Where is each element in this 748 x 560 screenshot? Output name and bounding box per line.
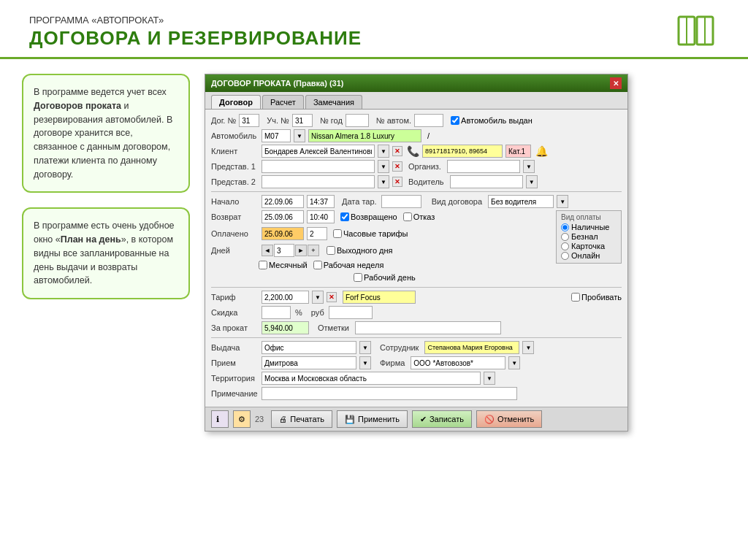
- predst2-input[interactable]: [262, 175, 375, 188]
- radio-kartochka-input[interactable]: [561, 242, 569, 250]
- klient-dropdown[interactable]: ▼: [378, 145, 389, 158]
- tarif-label: Тариф: [211, 293, 259, 302]
- radio-nalichnye-label: Наличные: [571, 223, 609, 231]
- firma-label: Фирма: [380, 358, 405, 367]
- territoriya-dropdown[interactable]: ▼: [484, 372, 495, 385]
- predst1-input[interactable]: [262, 160, 375, 173]
- otmetki-input[interactable]: [355, 321, 501, 334]
- vidan-checkbox[interactable]: [451, 116, 459, 125]
- predst2-clear[interactable]: ✕: [392, 177, 402, 187]
- dnei-next[interactable]: ►: [295, 245, 307, 256]
- info-button[interactable]: ℹ: [211, 410, 229, 428]
- avtom-input[interactable]: [414, 114, 443, 127]
- vidan-checkbox-label: Автомобиль выдан: [451, 116, 533, 125]
- probivat-checkbox[interactable]: [571, 293, 580, 302]
- rabochiy-den-checkbox[interactable]: [354, 273, 362, 282]
- tab-raschet[interactable]: Расчет: [262, 95, 304, 109]
- priem-dropdown[interactable]: ▼: [359, 356, 371, 369]
- za-prokat-input[interactable]: [262, 321, 309, 334]
- org-dropdown[interactable]: ▼: [523, 160, 535, 173]
- data-tar-input[interactable]: [381, 195, 421, 208]
- predst1-clear[interactable]: ✕: [392, 161, 402, 172]
- skidka-label: Скидка: [211, 308, 259, 317]
- territoriya-label: Территория: [211, 374, 259, 383]
- info-box-2-bold1: План на день: [61, 234, 121, 245]
- row-avto: Автомобиль ▼ /: [211, 129, 622, 142]
- tab-dogovor[interactable]: Договор: [211, 95, 261, 109]
- rabochaya-nedelya-checkbox[interactable]: [313, 261, 322, 269]
- fort-focus-input[interactable]: [343, 291, 416, 304]
- radio-nalichnye-input[interactable]: [561, 223, 569, 231]
- dnei-input[interactable]: [274, 244, 294, 257]
- row-skidka: Скидка % руб: [211, 306, 622, 319]
- firma-dropdown[interactable]: ▼: [508, 356, 520, 369]
- skidka-input[interactable]: [262, 306, 291, 319]
- org-input[interactable]: [447, 160, 520, 173]
- book-icon: [675, 13, 719, 50]
- header: ПРОГРАММА «АВТОПРОКАТ» ДОГОВОРА И РЕЗЕРВ…: [0, 0, 748, 59]
- info-box-1: В программе ведется учет всех Договоров …: [22, 74, 190, 193]
- primechanie-input[interactable]: [262, 387, 517, 400]
- rub-input[interactable]: [329, 306, 373, 319]
- vozvrat-date-input[interactable]: [262, 210, 304, 223]
- voditel-input[interactable]: [450, 175, 523, 188]
- chasovye-checkbox[interactable]: [333, 229, 342, 238]
- klient-clear[interactable]: ✕: [392, 146, 402, 156]
- nachalo-time-input[interactable]: [307, 195, 335, 208]
- print-label: Печатать: [290, 415, 324, 423]
- god-input[interactable]: [346, 114, 369, 127]
- vydacha-label: Выдача: [211, 343, 259, 352]
- kat-input[interactable]: [505, 145, 531, 158]
- otkaz-checkbox[interactable]: [403, 212, 412, 221]
- dog-input[interactable]: [239, 114, 259, 127]
- avto-code-input[interactable]: [262, 129, 291, 142]
- dnei-add[interactable]: +: [308, 245, 319, 256]
- territoriya-input[interactable]: [262, 372, 481, 385]
- predst2-dropdown[interactable]: ▼: [378, 175, 389, 188]
- tarif-input[interactable]: [262, 291, 309, 304]
- cancel-button[interactable]: 🚫 Отменить: [476, 410, 542, 428]
- mesyachny-text: Месячный: [269, 261, 308, 269]
- vyxodnogo-checkbox[interactable]: [327, 246, 335, 255]
- vyxodnogo-text: Выходного дня: [337, 246, 393, 255]
- sotrudnik-dropdown[interactable]: ▼: [522, 341, 534, 354]
- vozvrat-time-input[interactable]: [307, 210, 335, 223]
- oplacheno-sum-input[interactable]: [307, 227, 327, 240]
- print-button[interactable]: 🖨 Печатать: [271, 410, 332, 428]
- dialog-close-button[interactable]: ✕: [610, 77, 622, 89]
- vid-dogovora-dropdown[interactable]: ▼: [557, 195, 568, 208]
- firma-input[interactable]: [411, 356, 505, 369]
- tarif-clear[interactable]: ✕: [327, 292, 337, 302]
- apply-button[interactable]: 💾 Применить: [337, 410, 408, 428]
- vozvrasheno-checkbox[interactable]: [340, 212, 349, 221]
- primechanie-label: Примечание: [211, 389, 259, 398]
- phone-input[interactable]: [422, 145, 503, 158]
- radio-beznal-input[interactable]: [561, 233, 569, 241]
- radio-beznal: Безнал: [561, 232, 617, 241]
- vydacha-dropdown[interactable]: ▼: [359, 341, 371, 354]
- uch-input[interactable]: [292, 114, 313, 127]
- tab-zamechaniya[interactable]: Замечания: [305, 95, 362, 109]
- oplacheno-date-input[interactable]: [262, 227, 304, 240]
- avto-name-input[interactable]: [308, 129, 421, 142]
- settings-button[interactable]: ⚙: [233, 410, 251, 428]
- vid-dogovora-input[interactable]: [488, 195, 554, 208]
- avto-dropdown[interactable]: ▼: [294, 129, 305, 142]
- predst1-dropdown[interactable]: ▼: [378, 160, 389, 173]
- voditel-dropdown[interactable]: ▼: [526, 175, 538, 188]
- nachalo-date-input[interactable]: [262, 195, 304, 208]
- vydacha-input[interactable]: [262, 341, 356, 354]
- mesyachny-checkbox[interactable]: [259, 261, 267, 269]
- vid-oplaty-group: Вид оплаты Наличные Безнал Карточка: [556, 210, 622, 264]
- vozvrasheno-text: Возвращено: [351, 212, 397, 221]
- save-button[interactable]: ✔ Записать: [412, 410, 472, 428]
- info-box-1-bold1: Договоров проката: [34, 101, 121, 111]
- priem-input[interactable]: [262, 356, 356, 369]
- radio-onlain-input[interactable]: [561, 252, 569, 260]
- dnei-prev[interactable]: ◄: [262, 245, 273, 256]
- sotrudnik-input[interactable]: [424, 341, 519, 354]
- klient-input[interactable]: [262, 145, 375, 158]
- tarif-dropdown[interactable]: ▼: [312, 291, 324, 304]
- dialog-footer: ℹ ⚙ 23 🖨 Печатать 💾 Применить ✔ Записать…: [205, 407, 627, 431]
- info-box-1-text2: и резервирования автомобилей. В договоре…: [34, 101, 172, 180]
